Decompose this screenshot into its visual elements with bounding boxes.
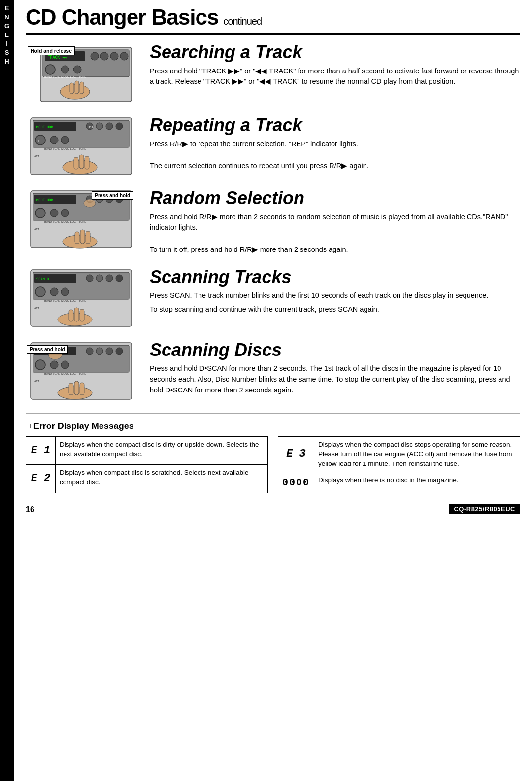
svg-text:R/R: R/R <box>88 125 93 128</box>
svg-point-85 <box>96 348 103 355</box>
scanning-tracks-title: Scanning Tracks <box>150 267 520 287</box>
svg-rect-58 <box>80 230 85 244</box>
error-row-lcd: 0000 Displays when there is no disc in t… <box>278 472 520 493</box>
svg-text:TRACK ◄◄: TRACK ◄◄ <box>48 55 67 60</box>
sidebar: E N G L I S H <box>0 0 14 781</box>
sidebar-letter-g: G <box>4 22 9 31</box>
svg-text:TUNE: TUNE <box>79 75 86 78</box>
svg-rect-97 <box>74 381 79 395</box>
svg-text:SCAN 01: SCAN 01 <box>36 277 51 281</box>
section-divider <box>26 413 520 414</box>
title-continued: continued <box>223 16 262 27</box>
svg-text:MODE HDB: MODE HDB <box>36 125 53 129</box>
svg-point-51 <box>61 209 69 217</box>
svg-point-8 <box>45 65 55 74</box>
svg-rect-59 <box>86 231 90 244</box>
svg-text:BAND SCAN: BAND SCAN <box>44 147 60 150</box>
svg-text:MONO LOC: MONO LOC <box>61 372 76 375</box>
svg-rect-77 <box>74 308 79 321</box>
page-number: 16 <box>26 505 34 514</box>
page-header: CD Changer Basicscontinued <box>26 0 520 35</box>
svg-text:ATT: ATT <box>34 380 40 383</box>
error-tables-container: E 1 Displays when the compact disc is di… <box>26 436 520 493</box>
section-scanning-discs-image: Press and hold D•SCAN BAND SCAN MONO LOC <box>26 340 139 404</box>
sidebar-letter-i: I <box>6 39 8 48</box>
error-desc-e3: Displays when the compact disc stops ope… <box>314 436 520 472</box>
callout-press-hold-2: Press and hold <box>27 345 68 354</box>
random-title: Random Selection <box>150 188 520 208</box>
device-illustration-5: Press and hold D•SCAN BAND SCAN MONO LOC <box>26 340 134 404</box>
page-title: CD Changer Basicscontinued <box>26 5 262 30</box>
svg-text:ATT: ATT <box>34 307 40 310</box>
scanning-tracks-body2: To stop scanning and continue with the c… <box>150 304 520 315</box>
device-illustration-4: SCAN 01 BAND SCAN MONO LOC TUNE <box>26 267 134 331</box>
sidebar-letter-l: L <box>5 31 9 39</box>
scanning-discs-body1: Press and hold D•SCAN for more than 2 se… <box>150 363 520 395</box>
searching-title: Searching a Track <box>150 42 520 62</box>
svg-point-67 <box>106 275 113 282</box>
svg-point-70 <box>50 288 58 296</box>
svg-point-90 <box>61 361 69 369</box>
repeating-body2: The current selection continues to repea… <box>150 161 520 172</box>
section-searching-image: Hold and release TRACK ◄◄ <box>26 42 139 106</box>
error-section-title: Error Display Messages <box>26 421 520 431</box>
title-cd-changer-basics: CD Changer Basics <box>26 5 218 29</box>
repeating-title: Repeating a Track <box>150 115 520 135</box>
svg-rect-76 <box>69 310 73 321</box>
section-random-image: Press and hold MODE HDB R/R BAND SCAN MO… <box>26 188 139 252</box>
svg-point-4 <box>91 52 99 60</box>
error-table-right: E 3 Displays when the compact disc stops… <box>278 436 520 493</box>
error-section: Error Display Messages E 1 Displays when… <box>26 421 520 493</box>
svg-point-71 <box>61 288 69 296</box>
svg-text:ATT: ATT <box>34 228 40 231</box>
section-scanning-discs: Press and hold D•SCAN BAND SCAN MONO LOC <box>26 340 520 404</box>
svg-rect-16 <box>75 81 79 94</box>
svg-text:BAND SCAN: BAND SCAN <box>44 372 60 375</box>
svg-point-88 <box>35 360 45 370</box>
svg-text:BAND SCAN: BAND SCAN <box>44 299 60 302</box>
svg-rect-36 <box>74 157 78 169</box>
svg-rect-78 <box>80 309 84 321</box>
svg-rect-15 <box>70 83 74 94</box>
svg-point-49 <box>35 208 45 218</box>
device-illustration-1: Hold and release TRACK ◄◄ <box>26 42 134 106</box>
random-body1: Press and hold R/R▶ more than 2 seconds … <box>150 212 520 234</box>
section-searching: Hold and release TRACK ◄◄ <box>26 42 520 106</box>
section-scanning-tracks-text: Scanning Tracks Press SCAN. The track nu… <box>150 267 520 318</box>
model-number: CQ-R825/R805EUC <box>449 504 520 514</box>
error-code-lcd: 0000 <box>278 472 314 493</box>
error-row-e2: E 2 Displays when compact disc is scratc… <box>26 464 268 493</box>
sidebar-letter-s: S <box>5 48 9 57</box>
sidebar-letter-h: H <box>4 57 9 66</box>
svg-text:MONO LOC: MONO LOC <box>61 75 76 78</box>
svg-rect-57 <box>75 232 79 244</box>
section-repeating: MODE HDB R/R EL BAND SCAN MONO LOC TUNE <box>26 115 520 179</box>
svg-rect-17 <box>80 82 84 94</box>
section-scanning-discs-text: Scanning Discs Press and hold D•SCAN for… <box>150 340 520 399</box>
svg-point-25 <box>96 123 103 130</box>
error-row-e1: E 1 Displays when the compact disc is di… <box>26 436 268 464</box>
error-desc-lcd: Displays when there is no disc in the ma… <box>314 472 520 493</box>
error-table-left: E 1 Displays when the compact disc is di… <box>26 436 268 493</box>
callout-hold-release: Hold and release <box>28 46 75 55</box>
svg-text:TUNE: TUNE <box>79 147 86 150</box>
section-random: Press and hold MODE HDB R/R BAND SCAN MO… <box>26 188 520 258</box>
svg-point-5 <box>100 52 108 60</box>
svg-text:MONO LOC: MONO LOC <box>61 299 76 302</box>
svg-point-56 <box>63 235 97 248</box>
svg-text:MONO LOC: MONO LOC <box>61 220 76 223</box>
svg-point-31 <box>61 136 69 144</box>
svg-point-69 <box>35 287 45 297</box>
section-scanning-tracks: SCAN 01 BAND SCAN MONO LOC TUNE <box>26 267 520 331</box>
error-code-e1: E 1 <box>26 436 56 464</box>
svg-text:TUNE: TUNE <box>79 220 86 223</box>
error-desc-e2: Displays when compact disc is scratched.… <box>56 464 268 493</box>
svg-text:BAND SCAN: BAND SCAN <box>44 75 60 78</box>
device-illustration-2: MODE HDB R/R EL BAND SCAN MONO LOC TUNE <box>26 115 134 179</box>
searching-body: Press and hold "TRACK ▶▶" or "◀◀ TRACK" … <box>150 66 520 88</box>
scanning-discs-title: Scanning Discs <box>150 340 520 360</box>
svg-point-7 <box>120 52 128 60</box>
error-code-e3: E 3 <box>278 436 314 472</box>
svg-rect-96 <box>69 383 73 395</box>
callout-press-hold-1: Press and hold <box>92 191 133 200</box>
